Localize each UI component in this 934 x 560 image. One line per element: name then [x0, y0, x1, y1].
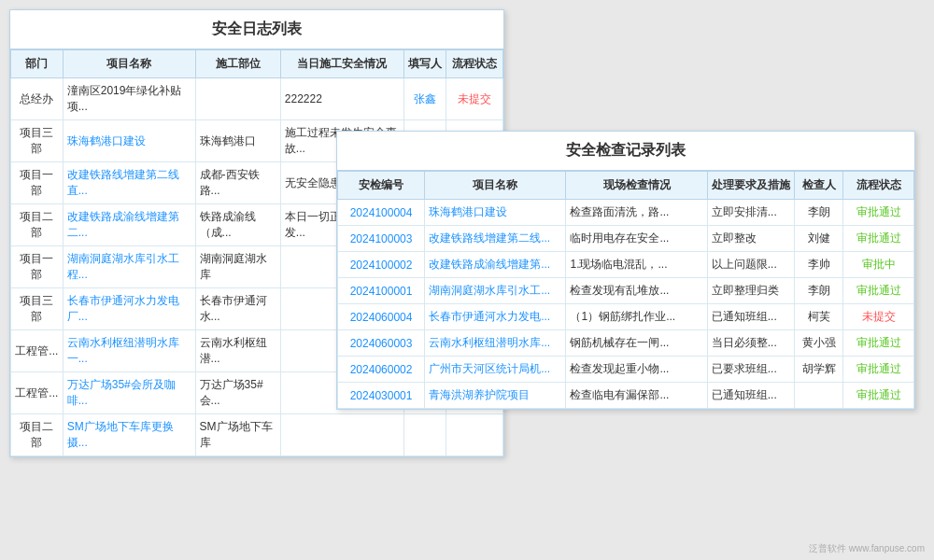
log-header-safety: 当日施工安全情况: [280, 50, 403, 78]
check-cell-status: 审批通过: [843, 226, 914, 252]
check-cell-inspect: （1）钢筋绑扎作业...: [566, 304, 707, 330]
check-cell-id[interactable]: 2024060003: [338, 330, 425, 357]
check-cell-project[interactable]: 云南水利枢纽潜明水库...: [425, 330, 566, 357]
check-cell-id[interactable]: 2024060004: [338, 304, 425, 330]
safety-check-title: 安全检查记录列表: [337, 132, 914, 171]
check-cell-handle: 以上问题限...: [707, 252, 794, 278]
log-cell-dept: 项目一部: [11, 162, 64, 204]
log-cell-project[interactable]: 改建铁路成渝线增建第二...: [63, 204, 195, 246]
check-cell-checker: [794, 383, 842, 409]
log-header-writer: 填写人: [403, 50, 446, 78]
log-cell-project[interactable]: 长春市伊通河水力发电厂...: [63, 288, 195, 330]
check-cell-id[interactable]: 2024060002: [338, 357, 425, 383]
check-cell-project[interactable]: 长春市伊通河水力发电...: [425, 304, 566, 330]
check-cell-checker: 李朗: [794, 200, 842, 226]
check-cell-handle: 立即安排清...: [707, 200, 794, 226]
check-header-id: 安检编号: [338, 172, 425, 200]
log-header-status: 流程状态: [446, 50, 503, 78]
log-cell-writer: 张鑫: [403, 78, 446, 120]
check-cell-inspect: 临时用电存在安全...: [566, 226, 707, 252]
log-cell-project[interactable]: SM广场地下车库更换摄...: [63, 414, 195, 456]
check-cell-id[interactable]: 2024100002: [338, 252, 425, 278]
log-cell-site: 铁路成渝线（成...: [195, 204, 280, 246]
check-cell-project[interactable]: 改建铁路线增建第二线...: [425, 226, 566, 252]
safety-check-panel: 安全检查记录列表 安检编号 项目名称 现场检查情况 处理要求及措施 检查人 流程…: [336, 131, 915, 410]
log-header-site: 施工部位: [195, 50, 280, 78]
check-cell-handle: 立即整改: [707, 226, 794, 252]
log-cell-site: 云南水利枢纽潜...: [195, 330, 280, 372]
log-cell-project[interactable]: 湖南洞庭湖水库引水工程...: [63, 246, 195, 288]
check-cell-inspect: 检查临电有漏保部...: [566, 383, 707, 409]
log-cell-project[interactable]: 万达广场35#会所及咖啡...: [63, 372, 195, 414]
check-cell-handle: 已要求班组...: [707, 357, 794, 383]
check-cell-status: 审批通过: [843, 383, 914, 409]
log-cell-dept: 项目三部: [11, 120, 64, 162]
check-cell-checker: 刘健: [794, 226, 842, 252]
log-cell-dept: 工程管...: [11, 372, 64, 414]
log-cell-site: SM广场地下车库: [195, 414, 280, 456]
check-cell-inspect: 1.现场临电混乱，...: [566, 252, 707, 278]
log-header-dept: 部门: [11, 50, 64, 78]
check-row: 2024100004珠海鹤港口建设检查路面清洗，路...立即安排清...李朗审批…: [338, 200, 914, 226]
check-cell-id[interactable]: 2024100003: [338, 226, 425, 252]
log-header-project: 项目名称: [63, 50, 195, 78]
log-cell-site: 湖南洞庭湖水库: [195, 246, 280, 288]
check-cell-status: 未提交: [843, 304, 914, 330]
log-cell-site: 成都-西安铁路...: [195, 162, 280, 204]
log-cell-site: 珠海鹤港口: [195, 120, 280, 162]
check-cell-checker: 柯芙: [794, 304, 842, 330]
log-cell-dept: 工程管...: [11, 330, 64, 372]
watermark: 泛普软件 www.fanpuse.com: [809, 542, 925, 555]
log-cell-writer: [403, 414, 446, 456]
check-header-handle: 处理要求及措施: [707, 172, 794, 200]
log-cell-dept: 项目一部: [11, 246, 64, 288]
check-row: 2024100002改建铁路成渝线增建第...1.现场临电混乱，...以上问题限…: [338, 252, 914, 278]
log-cell-dept: 项目二部: [11, 204, 64, 246]
check-cell-id[interactable]: 2024030001: [338, 383, 425, 409]
check-cell-status: 审批通过: [843, 357, 914, 383]
check-cell-handle: 当日必须整...: [707, 330, 794, 357]
log-cell-project[interactable]: 珠海鹤港口建设: [63, 120, 195, 162]
log-cell-dept: 项目三部: [11, 288, 64, 330]
check-cell-status: 审批通过: [843, 278, 914, 304]
check-cell-checker: 李朗: [794, 278, 842, 304]
check-cell-handle: 立即整理归类: [707, 278, 794, 304]
log-cell-status: [446, 414, 503, 456]
log-cell-project[interactable]: 改建铁路线增建第二线直...: [63, 162, 195, 204]
log-cell-project: 潼南区2019年绿化补贴项...: [63, 78, 195, 120]
log-cell-safety: 222222: [280, 78, 403, 120]
check-cell-status: 审批通过: [843, 200, 914, 226]
check-cell-project[interactable]: 青海洪湖养护院项目: [425, 383, 566, 409]
check-cell-inspect: 钢筋机械存在一闸...: [566, 330, 707, 357]
check-cell-checker: 黄小强: [794, 330, 842, 357]
check-header-checker: 检查人: [794, 172, 842, 200]
log-cell-dept: 总经办: [11, 78, 64, 120]
check-cell-checker: 胡学辉: [794, 357, 842, 383]
check-cell-project[interactable]: 珠海鹤港口建设: [425, 200, 566, 226]
log-row: 项目二部SM广场地下车库更换摄...SM广场地下车库: [11, 414, 503, 456]
check-cell-project[interactable]: 改建铁路成渝线增建第...: [425, 252, 566, 278]
log-cell-status: 未提交: [446, 78, 503, 120]
check-header-inspect: 现场检查情况: [566, 172, 707, 200]
log-cell-project[interactable]: 云南水利枢纽潜明水库一...: [63, 330, 195, 372]
check-cell-project[interactable]: 广州市天河区统计局机...: [425, 357, 566, 383]
check-cell-id[interactable]: 2024100004: [338, 200, 425, 226]
log-cell-site: 长春市伊通河水...: [195, 288, 280, 330]
check-cell-handle: 已通知班组...: [707, 383, 794, 409]
log-row: 总经办潼南区2019年绿化补贴项...222222张鑫未提交: [11, 78, 503, 120]
check-cell-inspect: 检查发现起重小物...: [566, 357, 707, 383]
check-cell-checker: 李帅: [794, 252, 842, 278]
check-row: 2024100001湖南洞庭湖水库引水工...检查发现有乱堆放...立即整理归类…: [338, 278, 914, 304]
log-cell-dept: 项目二部: [11, 414, 64, 456]
safety-check-table: 安检编号 项目名称 现场检查情况 处理要求及措施 检查人 流程状态 202410…: [337, 171, 914, 409]
check-cell-id[interactable]: 2024100001: [338, 278, 425, 304]
safety-log-title: 安全日志列表: [10, 10, 503, 49]
check-row: 2024030001青海洪湖养护院项目检查临电有漏保部...已通知班组...审批…: [338, 383, 914, 409]
check-cell-status: 审批中: [843, 252, 914, 278]
check-cell-status: 审批通过: [843, 330, 914, 357]
log-cell-site: [195, 78, 280, 120]
log-cell-site: 万达广场35#会...: [195, 372, 280, 414]
check-cell-inspect: 检查发现有乱堆放...: [566, 278, 707, 304]
check-cell-project[interactable]: 湖南洞庭湖水库引水工...: [425, 278, 566, 304]
check-row: 2024060002广州市天河区统计局机...检查发现起重小物...已要求班组.…: [338, 357, 914, 383]
